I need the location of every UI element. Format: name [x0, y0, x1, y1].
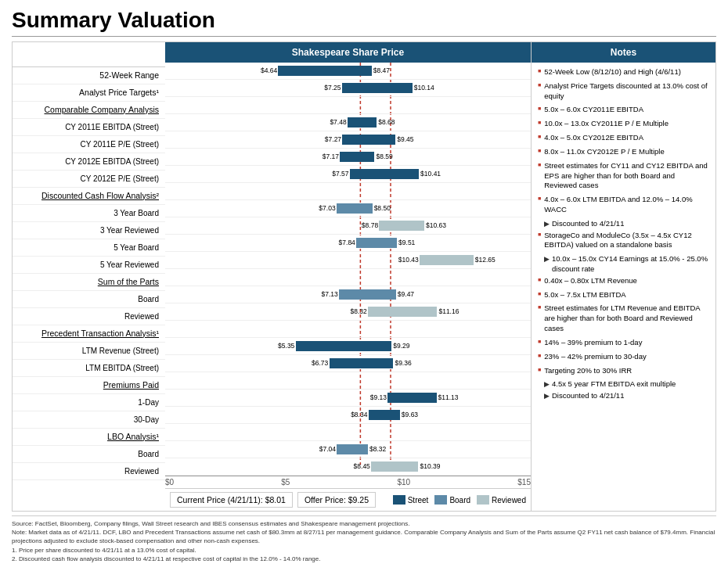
note-bullet-item: ■5.0x – 6.0x CY2011E EBITDA	[538, 105, 709, 115]
note-bullet-item: ■StorageCo and ModuleCo (3.5x – 4.5x CY1…	[538, 231, 709, 251]
note-bullet-item: ■Analyst Price Targets discounted at 13.…	[538, 81, 709, 102]
chart-row-pta_ltm_rev: $5.35$9.29	[165, 338, 531, 355]
bar-label-right-week52: $8.47	[373, 66, 390, 74]
note-sub-text: Discounted to 4/21/11	[552, 219, 624, 229]
row-label-cy2012_ebitda: CY 2012E EBITDA (Street)	[13, 153, 165, 171]
note-bullet-item: ■Targeting 20% to 30% IRR	[538, 366, 709, 376]
chart-row-dcf_5yr_board: $7.84$9.51	[165, 235, 531, 252]
chart-row-dcf_3yr_reviewed: $8.78$10.63	[165, 217, 531, 235]
chart-rows-container: $4.64$8.47$7.25$10.14$7.48$8.68$7.27$9.4…	[165, 63, 531, 488]
row-label-sotp_reviewed: Reviewed	[13, 308, 165, 325]
row-label-pta_header: Precedent Transaction Analysis¹	[13, 325, 165, 343]
chart-row-sotp_header	[165, 269, 531, 286]
row-label-prem_30day: 30-Day	[13, 411, 165, 429]
note-text: 4.0x – 6.0x LTM EBITDA and 12.0% – 14.0%…	[544, 195, 709, 215]
bar-dcf_5yr_reviewed	[420, 255, 474, 265]
bar-dcf_3yr_board	[337, 203, 373, 214]
note-bullet-item: ■23% – 42% premium to 30-day	[538, 352, 709, 362]
note-bullet-item: ■5.0x – 7.5x LTM EBITDA	[538, 290, 709, 300]
row-label-premiums_header: Premiums Paid	[13, 377, 165, 394]
note-sub-text: 10.0x – 15.0x CY14 Earnings at 15.0% - 2…	[552, 254, 709, 275]
bar-label-left-dcf_3yr_reviewed: $8.78	[362, 221, 378, 229]
note-text: 0.40x – 0.80x LTM Revenue	[544, 276, 637, 286]
bar-prem_30day	[369, 410, 400, 420]
row-label-cy2011_pe: CY 2011E P/E (Street)	[13, 136, 165, 153]
note-arrow-icon: ▶	[544, 391, 550, 401]
bar-label-right-cy2012_ebitda: $8.59	[376, 153, 392, 160]
chart-row-week52: $4.64$8.47	[165, 63, 531, 80]
note-sub-text: Discounted to 4/21/11	[552, 391, 624, 401]
notes-content: ■52-Week Low (8/12/10) and High (4/6/11)…	[532, 63, 715, 408]
note-text: 8.0x – 11.0x CY2012E P / E Multiple	[544, 147, 665, 157]
bar-label-left-cy2011_pe: $7.27	[325, 135, 341, 143]
bar-lbo_board	[337, 444, 368, 454]
note-bullet-item: ■14% – 39% premium to 1-day	[538, 338, 709, 348]
footer-line: Note: Market data as of 4/21/11. DCF, LB…	[12, 528, 716, 545]
footer-line: 1. Price per share discounted to 4/21/11…	[12, 546, 716, 555]
bar-label-left-dcf_3yr_board: $7.03	[319, 204, 335, 212]
bar-label-left-dcf_5yr_reviewed: $10.43	[398, 256, 419, 264]
row-label-pta_ltm_ebitda: LTM EBITDA (Street)	[13, 360, 165, 377]
chart-row-premiums_header	[165, 372, 531, 390]
note-bullet-icon: ■	[538, 303, 541, 333]
footer-line: 2. Discounted cash flow analysis discoun…	[12, 555, 716, 563]
chart-rows: $4.64$8.47$7.25$10.14$7.48$8.68$7.27$9.4…	[165, 63, 531, 488]
chart-row-dcf_5yr_reviewed: $10.43$12.65	[165, 252, 531, 269]
bar-label-right-cy2011_ebitda: $8.68	[378, 118, 395, 126]
chart-row-sotp_board: $7.13$9.47	[165, 286, 531, 303]
legend-label-reviewed: Reviewed	[492, 496, 526, 505]
chart-row-cy2011_pe: $7.27$9.45	[165, 131, 531, 149]
legend-swatch-reviewed	[477, 495, 489, 505]
bar-cy2012_ebitda	[340, 152, 374, 162]
note-arrow-item: ▶Discounted to 4/21/11	[544, 391, 709, 401]
chart-row-pta_header	[165, 321, 531, 338]
bar-label-right-dcf_5yr_board: $9.51	[398, 239, 415, 246]
bar-label-right-pta_ltm_ebitda: $9.36	[395, 359, 411, 367]
note-text: 5.0x – 6.0x CY2011E EBITDA	[544, 105, 643, 115]
note-bullet-item: ■0.40x – 0.80x LTM Revenue	[538, 276, 709, 286]
note-bullet-icon: ■	[538, 276, 541, 286]
row-label-dcf_5yr_reviewed: 5 Year Reviewed	[13, 257, 165, 274]
note-bullet-icon: ■	[538, 366, 541, 376]
note-bullet-icon: ■	[538, 81, 541, 102]
footer-notes: Source: FactSet, Bloomberg, Company fili…	[12, 515, 716, 563]
chart-section: Shakespeare Share Price $4.64$8.47$7.25$…	[165, 42, 532, 511]
bar-sotp_reviewed	[368, 307, 437, 317]
note-bullet-item: ■4.0x – 6.0x LTM EBITDA and 12.0% – 14.0…	[538, 195, 709, 215]
bar-label-right-dcf_3yr_board: $8.50	[374, 204, 391, 212]
note-text: 14% – 39% premium to 1-day	[544, 338, 642, 348]
bar-label-right-sotp_reviewed: $11.16	[438, 307, 459, 315]
bar-label-right-prem_30day: $9.63	[402, 411, 418, 418]
label-column: 52-Week RangeAnalyst Price Targets¹Compa…	[13, 42, 165, 511]
row-label-dcf_3yr_board: 3 Year Board	[13, 205, 165, 222]
chart-axis: $0$5$10$15	[165, 476, 531, 488]
note-arrow-item: ▶10.0x – 15.0x CY14 Earnings at 15.0% - …	[544, 254, 709, 275]
bar-label-left-pta_ltm_rev: $5.35	[278, 342, 294, 350]
legend-label-board: Board	[449, 496, 470, 505]
legend-items: StreetBoardReviewed	[393, 495, 526, 505]
note-bullet-icon: ■	[538, 290, 541, 300]
row-label-sotp_board: Board	[13, 291, 165, 308]
note-text: 4.0x – 5.0x CY2012E EBITDA	[544, 133, 643, 143]
row-label-prem_1day: 1-Day	[13, 394, 165, 411]
note-bullet-item: ■8.0x – 11.0x CY2012E P / E Multiple	[538, 147, 709, 157]
bar-analyst	[342, 83, 413, 93]
chart-row-prem_30day: $8.34$9.63	[165, 407, 531, 424]
notes-section: Notes ■52-Week Low (8/12/10) and High (4…	[532, 42, 715, 511]
note-arrow-item: ▶4.5x 5 year FTM EBITDA exit multiple	[544, 379, 709, 390]
note-bullet-icon: ■	[538, 133, 541, 143]
note-bullet-icon: ■	[538, 352, 541, 362]
row-label-lbo_board: Board	[13, 446, 165, 463]
bar-label-right-dcf_3yr_reviewed: $10.63	[426, 221, 446, 229]
row-label-cy2011_ebitda: CY 2011E EBITDA (Street)	[13, 119, 165, 136]
chart-row-dcf_3yr_board: $7.03$8.50	[165, 200, 531, 217]
note-arrow-icon: ▶	[544, 219, 550, 229]
note-text: Street estimates for CY11 and CY12 EBITD…	[544, 161, 709, 191]
chart-row-lbo_board: $7.04$8.32	[165, 441, 531, 458]
bar-label-left-cy2011_ebitda: $7.48	[330, 118, 346, 126]
row-label-dcf_3yr_reviewed: 3 Year Reviewed	[13, 222, 165, 239]
bar-dcf_5yr_board	[356, 238, 397, 248]
row-label-week52: 52-Week Range	[13, 67, 165, 84]
bar-label-right-analyst: $10.14	[414, 84, 434, 92]
note-bullet-item: ■Street estimates for LTM Revenue and EB…	[538, 303, 709, 333]
